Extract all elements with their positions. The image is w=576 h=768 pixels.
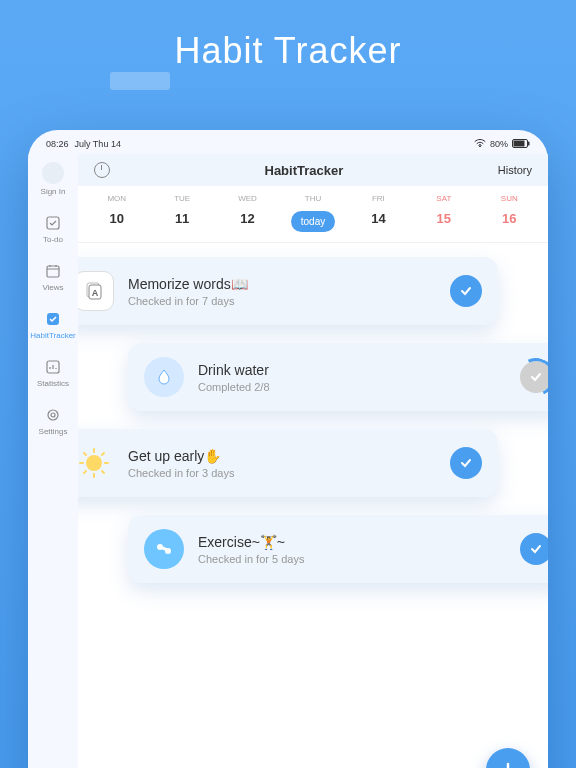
sidebar-item-signin[interactable]: Sign In	[41, 162, 66, 196]
habit-card[interactable]: Drink waterCompleted 2/8	[128, 343, 548, 411]
sidebar-label: Sign In	[41, 187, 66, 196]
habit-sub: Checked in for 3 days	[128, 467, 436, 479]
device-frame: 08:26 July Thu 14 80% Sign In To-do	[28, 130, 548, 768]
dumbbell-icon	[144, 529, 184, 569]
check-button[interactable]	[450, 275, 482, 307]
habit-sub: Checked in for 7 days	[128, 295, 436, 307]
cal-day[interactable]: WED12	[215, 194, 280, 232]
sidebar-item-views[interactable]: Views	[42, 262, 63, 292]
habit-icon	[44, 310, 62, 328]
cal-day-today[interactable]: THUtoday	[280, 194, 345, 232]
habit-card[interactable]: Get up early✋Checked in for 3 days	[78, 429, 498, 497]
habits-list: A Memorize words📖Checked in for 7 days D…	[78, 243, 548, 615]
svg-point-8	[51, 413, 55, 417]
sidebar-label: Settings	[39, 427, 68, 436]
svg-rect-2	[528, 141, 530, 145]
check-button[interactable]	[520, 533, 548, 565]
habit-title: Drink water	[198, 362, 506, 378]
cal-day[interactable]: TUE11	[149, 194, 214, 232]
sidebar-item-statistics[interactable]: Statistics	[37, 358, 69, 388]
svg-rect-4	[47, 266, 59, 277]
svg-rect-15	[161, 546, 168, 551]
gear-icon	[44, 406, 62, 424]
cal-day[interactable]: FRI14	[346, 194, 411, 232]
wifi-icon	[474, 138, 486, 150]
status-time: 08:26	[46, 139, 69, 149]
cal-day[interactable]: SAT15	[411, 194, 476, 232]
sidebar-item-habittracker[interactable]: HabitTracker	[30, 310, 76, 340]
svg-point-7	[48, 410, 58, 420]
sidebar-label: Views	[42, 283, 63, 292]
stats-icon	[44, 358, 62, 376]
svg-point-12	[86, 455, 102, 471]
battery-icon	[512, 139, 530, 150]
sidebar-label: Statistics	[37, 379, 69, 388]
add-habit-button[interactable]	[486, 748, 530, 768]
flashcard-icon: A	[78, 271, 114, 311]
clock-icon[interactable]	[94, 162, 110, 178]
sun-icon	[78, 443, 114, 483]
check-button-pending[interactable]	[520, 361, 548, 393]
sidebar-item-todo[interactable]: To-do	[43, 214, 63, 244]
battery-percent: 80%	[490, 139, 508, 149]
habit-title: Get up early✋	[128, 448, 436, 464]
habit-card[interactable]: A Memorize words📖Checked in for 7 days	[78, 257, 498, 325]
app-title: HabitTracker	[265, 163, 344, 178]
status-date: July Thu 14	[75, 139, 121, 149]
sidebar-label: HabitTracker	[30, 331, 76, 340]
hero-title: Habit Tracker	[0, 30, 576, 72]
sidebar-item-settings[interactable]: Settings	[39, 406, 68, 436]
svg-rect-1	[514, 140, 525, 146]
habit-card[interactable]: Exercise~🏋️~Checked in for 5 days	[128, 515, 548, 583]
today-pill: today	[291, 211, 335, 232]
top-bar: HabitTracker History	[78, 154, 548, 186]
habit-title: Memorize words📖	[128, 276, 436, 292]
water-icon	[144, 357, 184, 397]
todo-icon	[44, 214, 62, 232]
avatar-icon	[42, 162, 64, 184]
history-link[interactable]: History	[498, 164, 532, 176]
status-bar: 08:26 July Thu 14 80%	[28, 130, 548, 154]
svg-text:A: A	[92, 288, 99, 298]
habit-title: Exercise~🏋️~	[198, 534, 506, 550]
calendar-strip: MON10 TUE11 WED12 THUtoday FRI14 SAT15 S…	[78, 186, 548, 243]
calendar-icon	[44, 262, 62, 280]
cal-day[interactable]: MON10	[84, 194, 149, 232]
main-panel: HabitTracker History MON10 TUE11 WED12 T…	[78, 154, 548, 768]
sidebar: Sign In To-do Views HabitTracker Statist…	[28, 154, 78, 768]
cal-day[interactable]: SUN16	[477, 194, 542, 232]
svg-rect-3	[47, 217, 59, 229]
habit-sub: Completed 2/8	[198, 381, 506, 393]
sidebar-label: To-do	[43, 235, 63, 244]
check-button[interactable]	[450, 447, 482, 479]
habit-sub: Checked in for 5 days	[198, 553, 506, 565]
